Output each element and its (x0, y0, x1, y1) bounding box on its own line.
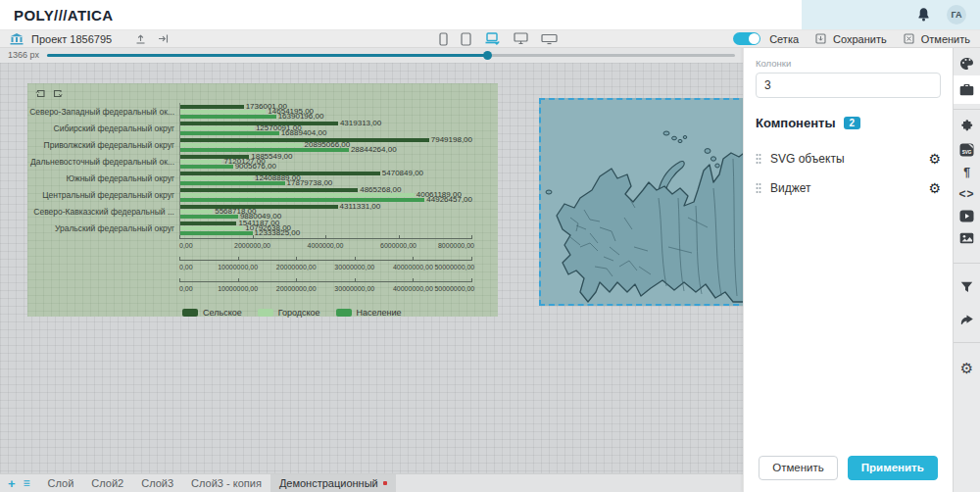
chart-category-label: Центральный федеральный округ (35, 186, 179, 203)
chart-bar[interactable] (180, 105, 244, 109)
axis-tick-label: 0,00 (179, 285, 193, 292)
video-icon[interactable] (954, 205, 980, 227)
project-icon (10, 33, 24, 45)
chart-bar[interactable] (180, 181, 285, 185)
image-icon[interactable] (954, 227, 980, 249)
legend-item[interactable]: Население (336, 308, 402, 318)
chart-bar[interactable] (180, 226, 243, 230)
snap-to-edge-icon[interactable] (158, 33, 169, 44)
chart-bar-value: 16889404,00 (281, 129, 327, 137)
add-layer-icon[interactable]: + (8, 476, 16, 491)
legend-item[interactable]: Городское (258, 308, 320, 318)
filter-funnel-icon[interactable] (954, 276, 980, 298)
rail-settings-gear-icon[interactable]: ⚙ (954, 356, 980, 380)
viewport-width-slider-row: 1366 px (0, 47, 743, 63)
axis-tick-label: 40000000,00 (393, 264, 433, 271)
component-settings-gear-icon[interactable]: ⚙ (928, 181, 941, 195)
layer-tab[interactable]: Слой (39, 474, 83, 492)
slider-handle[interactable] (483, 51, 492, 60)
layer-tab[interactable]: Слой2 (82, 474, 132, 492)
svg-map-widget[interactable] (539, 98, 749, 306)
axis-tick-label: 50000000,00 (434, 264, 474, 271)
monitor-preview-icon[interactable] (514, 32, 528, 45)
palette-icon[interactable] (954, 52, 980, 75)
component-name: Виджет (770, 181, 919, 195)
refresh-widget-icon[interactable] (52, 88, 63, 100)
laptop-preview-icon-active[interactable] (484, 32, 501, 45)
user-avatar[interactable]: ГА (947, 5, 966, 25)
legend-swatch (258, 309, 273, 317)
component-list-item[interactable]: SVG объекты⚙ (756, 144, 941, 173)
toolbar-actions: Сетка Сохранить Отменить (733, 32, 970, 45)
legend-item[interactable]: Сельское (182, 308, 242, 318)
component-settings-gear-icon[interactable]: ⚙ (928, 152, 941, 166)
chart-bar-group: 1541187,0010792638,0012333825,00 (180, 220, 472, 236)
code-icon[interactable]: <> (954, 183, 980, 205)
chart-x-axis: 0,002000000,004000000,006000000,00800000… (179, 238, 471, 258)
tablet-preview-icon[interactable] (461, 32, 471, 46)
phone-preview-icon[interactable] (439, 32, 448, 46)
drag-handle-icon[interactable] (756, 182, 761, 194)
notifications-bell-icon[interactable] (916, 7, 931, 23)
chart-bar[interactable] (180, 176, 253, 180)
chart-bar-group: 1885549,007120127,009005676,00 (180, 153, 472, 170)
export-layout-icon[interactable] (135, 33, 146, 44)
cancel-icon (904, 33, 914, 44)
chart-bar[interactable] (180, 193, 415, 197)
layer-tab[interactable]: Слой3 - копия (182, 474, 270, 492)
chart-bar[interactable] (180, 143, 303, 147)
bar-chart-widget[interactable]: Северо-Западный федеральный ок...Сибирск… (27, 83, 498, 317)
settings-panel: Колонки 3 Компоненты 2 SVG объекты⚙Видже… (743, 46, 953, 492)
chart-bar[interactable] (180, 215, 238, 219)
viewport-width-slider[interactable] (47, 54, 735, 57)
widescreen-preview-icon[interactable] (541, 33, 558, 45)
layer-tab[interactable]: Демонстрационный (270, 474, 396, 492)
component-list-item[interactable]: Виджет⚙ (756, 173, 941, 203)
columns-input[interactable]: 3 (756, 73, 941, 98)
chart-category-label: Приволжский федеральный округ (35, 136, 179, 153)
widgets-briefcase-icon[interactable] (954, 75, 980, 104)
chart-bar[interactable] (180, 126, 254, 130)
layers-menu-icon[interactable]: ≡ (24, 476, 29, 490)
components-puzzle-icon[interactable] (954, 115, 980, 138)
dashboard-canvas[interactable]: Северо-Западный федеральный ок...Сибирск… (0, 63, 743, 473)
chart-plot-area: 1736001,0014654195,0016390196,004319313,… (179, 103, 472, 236)
project-name[interactable]: Проект 1856795 (31, 33, 112, 45)
chart-bar[interactable] (180, 115, 276, 119)
chart-bar[interactable] (180, 205, 338, 209)
axis-tick-label: 10000000,00 (218, 264, 258, 271)
chart-legend: СельскоеГородскоеНаселение (182, 308, 498, 318)
chart-x-axis: 0,0010000000,0020000000,0030000000,00400… (179, 260, 471, 279)
chart-bar[interactable] (180, 188, 358, 192)
panel-cancel-button[interactable]: Отменить (759, 456, 838, 481)
components-count-badge: 2 (844, 117, 861, 129)
panel-apply-button[interactable]: Применить (848, 456, 938, 481)
chart-bar[interactable] (180, 110, 266, 114)
chart-bar[interactable] (180, 198, 424, 202)
components-heading: Компоненты (756, 116, 836, 130)
layer-tab[interactable]: Слой3 (132, 474, 182, 492)
save-button[interactable]: Сохранить (833, 33, 887, 45)
reply-arrow-icon[interactable] (954, 310, 980, 330)
chart-bar[interactable] (180, 165, 233, 169)
chart-bar[interactable] (180, 148, 349, 152)
chart-bar[interactable] (180, 160, 221, 164)
legend-label: Сельское (203, 308, 242, 318)
chart-bar[interactable] (180, 210, 213, 214)
legend-swatch (182, 309, 198, 317)
drag-handle-icon[interactable] (756, 153, 761, 165)
rotate-widget-icon[interactable] (35, 88, 46, 100)
axis-tick-label: 50000000,00 (434, 285, 474, 292)
chart-bar[interactable] (180, 221, 236, 225)
project-toolbar: Проект 1856795 Сетка Сохранить (0, 30, 980, 48)
cancel-button[interactable]: Отменить (921, 33, 970, 45)
chart-bar[interactable] (180, 231, 253, 235)
grid-toggle[interactable] (733, 32, 760, 45)
chart-bar[interactable] (180, 131, 279, 135)
components-list: SVG объекты⚙Виджет⚙ (756, 144, 941, 203)
text-pilcrow-icon[interactable]: ¶ (954, 162, 980, 183)
svg-objects-icon[interactable]: SVG (954, 138, 980, 162)
header-user-area: ГА (802, 0, 980, 29)
chart-axes: 0,002000000,004000000,006000000,00800000… (179, 238, 471, 301)
axis-tick-label: 30000000,00 (334, 264, 374, 271)
